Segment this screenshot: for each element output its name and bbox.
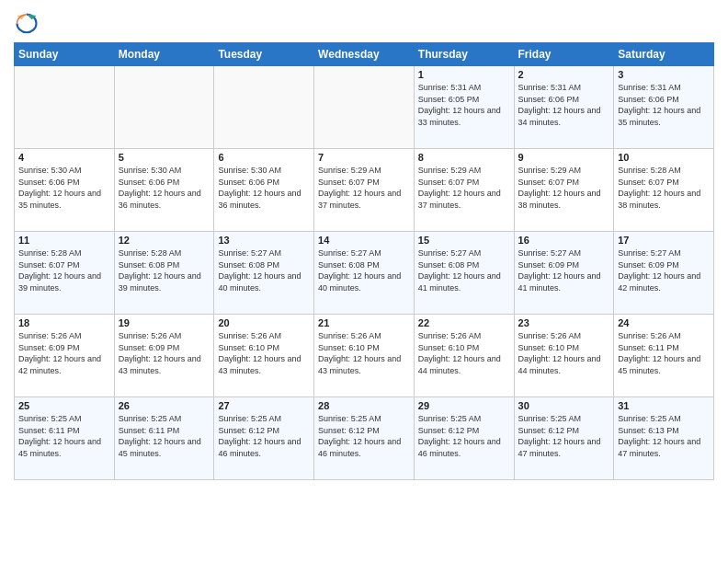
day-header-friday: Friday (514, 43, 614, 66)
day-info: Sunrise: 5:25 AMSunset: 6:12 PMDaylight:… (218, 413, 310, 459)
day-number: 8 (418, 152, 510, 163)
day-cell: 5Sunrise: 5:30 AMSunset: 6:06 PMDaylight… (114, 149, 214, 232)
day-cell: 9Sunrise: 5:29 AMSunset: 6:07 PMDaylight… (514, 149, 614, 232)
day-info: Sunrise: 5:31 AMSunset: 6:06 PMDaylight:… (518, 82, 610, 128)
day-number: 16 (518, 235, 610, 246)
day-cell: 25Sunrise: 5:25 AMSunset: 6:11 PMDayligh… (15, 397, 115, 480)
day-header-monday: Monday (114, 43, 214, 66)
day-number: 4 (18, 152, 110, 163)
day-info: Sunrise: 5:29 AMSunset: 6:07 PMDaylight:… (318, 165, 410, 211)
day-cell: 10Sunrise: 5:28 AMSunset: 6:07 PMDayligh… (614, 149, 714, 232)
calendar-table: SundayMondayTuesdayWednesdayThursdayFrid… (14, 42, 714, 480)
day-number: 6 (218, 152, 310, 163)
day-cell: 24Sunrise: 5:26 AMSunset: 6:11 PMDayligh… (614, 315, 714, 397)
day-cell: 28Sunrise: 5:25 AMSunset: 6:12 PMDayligh… (314, 397, 415, 480)
day-cell: 6Sunrise: 5:30 AMSunset: 6:06 PMDaylight… (214, 149, 314, 232)
day-number: 2 (518, 69, 610, 80)
day-number: 12 (119, 235, 210, 246)
day-cell: 7Sunrise: 5:29 AMSunset: 6:07 PMDaylight… (314, 149, 415, 232)
day-info: Sunrise: 5:31 AMSunset: 6:05 PMDaylight:… (418, 82, 510, 128)
day-header-sunday: Sunday (15, 43, 115, 66)
day-info: Sunrise: 5:26 AMSunset: 6:09 PMDaylight:… (18, 330, 110, 376)
day-info: Sunrise: 5:26 AMSunset: 6:10 PMDaylight:… (518, 330, 610, 376)
day-number: 17 (618, 235, 710, 246)
day-cell: 31Sunrise: 5:25 AMSunset: 6:13 PMDayligh… (614, 397, 714, 480)
day-number: 15 (418, 235, 510, 246)
day-cell: 20Sunrise: 5:26 AMSunset: 6:10 PMDayligh… (214, 315, 314, 397)
day-number: 7 (318, 152, 410, 163)
day-info: Sunrise: 5:27 AMSunset: 6:08 PMDaylight:… (218, 247, 310, 293)
day-cell: 29Sunrise: 5:25 AMSunset: 6:12 PMDayligh… (414, 397, 514, 480)
week-row-3: 11Sunrise: 5:28 AMSunset: 6:07 PMDayligh… (15, 232, 714, 315)
day-cell: 21Sunrise: 5:26 AMSunset: 6:10 PMDayligh… (314, 315, 415, 397)
week-row-1: 1Sunrise: 5:31 AMSunset: 6:05 PMDaylight… (15, 66, 714, 149)
day-number: 14 (318, 235, 410, 246)
day-number: 22 (418, 317, 510, 328)
day-header-saturday: Saturday (614, 43, 714, 66)
day-cell: 13Sunrise: 5:27 AMSunset: 6:08 PMDayligh… (214, 232, 314, 315)
day-number: 11 (18, 235, 110, 246)
day-number: 26 (119, 400, 210, 411)
day-info: Sunrise: 5:25 AMSunset: 6:12 PMDaylight:… (518, 413, 610, 459)
day-info: Sunrise: 5:28 AMSunset: 6:07 PMDaylight:… (18, 247, 110, 293)
day-number: 21 (318, 317, 410, 328)
day-cell: 16Sunrise: 5:27 AMSunset: 6:09 PMDayligh… (514, 232, 614, 315)
day-cell: 8Sunrise: 5:29 AMSunset: 6:07 PMDaylight… (414, 149, 514, 232)
day-info: Sunrise: 5:25 AMSunset: 6:11 PMDaylight:… (119, 413, 210, 459)
day-info: Sunrise: 5:26 AMSunset: 6:10 PMDaylight:… (418, 330, 510, 376)
day-number: 1 (418, 69, 510, 80)
day-number: 24 (618, 317, 710, 328)
day-info: Sunrise: 5:26 AMSunset: 6:10 PMDaylight:… (318, 330, 410, 376)
day-cell: 26Sunrise: 5:25 AMSunset: 6:11 PMDayligh… (114, 397, 214, 480)
day-cell (314, 66, 415, 149)
day-header-thursday: Thursday (414, 43, 514, 66)
day-number: 30 (518, 400, 610, 411)
day-info: Sunrise: 5:29 AMSunset: 6:07 PMDaylight:… (518, 165, 610, 211)
day-number: 18 (18, 317, 110, 328)
day-info: Sunrise: 5:25 AMSunset: 6:12 PMDaylight:… (418, 413, 510, 459)
day-number: 5 (119, 152, 210, 163)
day-cell (15, 66, 115, 149)
day-cell: 18Sunrise: 5:26 AMSunset: 6:09 PMDayligh… (15, 315, 115, 397)
day-info: Sunrise: 5:25 AMSunset: 6:12 PMDaylight:… (318, 413, 410, 459)
day-cell: 23Sunrise: 5:26 AMSunset: 6:10 PMDayligh… (514, 315, 614, 397)
day-number: 20 (218, 317, 310, 328)
day-header-tuesday: Tuesday (214, 43, 314, 66)
day-number: 13 (218, 235, 310, 246)
day-cell: 17Sunrise: 5:27 AMSunset: 6:09 PMDayligh… (614, 232, 714, 315)
day-cell: 3Sunrise: 5:31 AMSunset: 6:06 PMDaylight… (614, 66, 714, 149)
calendar-body: 1Sunrise: 5:31 AMSunset: 6:05 PMDaylight… (15, 66, 714, 480)
day-info: Sunrise: 5:26 AMSunset: 6:11 PMDaylight:… (618, 330, 710, 376)
logo-icon (14, 9, 40, 35)
day-info: Sunrise: 5:27 AMSunset: 6:09 PMDaylight:… (518, 247, 610, 293)
week-row-5: 25Sunrise: 5:25 AMSunset: 6:11 PMDayligh… (15, 397, 714, 480)
week-row-4: 18Sunrise: 5:26 AMSunset: 6:09 PMDayligh… (15, 315, 714, 397)
calendar-header: SundayMondayTuesdayWednesdayThursdayFrid… (15, 43, 714, 66)
day-number: 31 (618, 400, 710, 411)
day-info: Sunrise: 5:25 AMSunset: 6:13 PMDaylight:… (618, 413, 710, 459)
day-number: 25 (18, 400, 110, 411)
day-info: Sunrise: 5:30 AMSunset: 6:06 PMDaylight:… (18, 165, 110, 211)
calendar-page: SundayMondayTuesdayWednesdayThursdayFrid… (0, 0, 728, 563)
day-info: Sunrise: 5:28 AMSunset: 6:08 PMDaylight:… (119, 247, 210, 293)
day-number: 27 (218, 400, 310, 411)
day-number: 9 (518, 152, 610, 163)
day-cell: 4Sunrise: 5:30 AMSunset: 6:06 PMDaylight… (15, 149, 115, 232)
day-info: Sunrise: 5:25 AMSunset: 6:11 PMDaylight:… (18, 413, 110, 459)
day-number: 10 (618, 152, 710, 163)
day-cell: 14Sunrise: 5:27 AMSunset: 6:08 PMDayligh… (314, 232, 415, 315)
day-info: Sunrise: 5:28 AMSunset: 6:07 PMDaylight:… (618, 165, 710, 211)
header (14, 9, 714, 35)
day-cell: 11Sunrise: 5:28 AMSunset: 6:07 PMDayligh… (15, 232, 115, 315)
header-row: SundayMondayTuesdayWednesdayThursdayFrid… (15, 43, 714, 66)
day-info: Sunrise: 5:31 AMSunset: 6:06 PMDaylight:… (618, 82, 710, 128)
week-row-2: 4Sunrise: 5:30 AMSunset: 6:06 PMDaylight… (15, 149, 714, 232)
day-number: 29 (418, 400, 510, 411)
day-info: Sunrise: 5:27 AMSunset: 6:08 PMDaylight:… (418, 247, 510, 293)
day-info: Sunrise: 5:26 AMSunset: 6:09 PMDaylight:… (119, 330, 210, 376)
day-cell (114, 66, 214, 149)
day-cell: 12Sunrise: 5:28 AMSunset: 6:08 PMDayligh… (114, 232, 214, 315)
day-info: Sunrise: 5:26 AMSunset: 6:10 PMDaylight:… (218, 330, 310, 376)
day-cell: 15Sunrise: 5:27 AMSunset: 6:08 PMDayligh… (414, 232, 514, 315)
day-info: Sunrise: 5:27 AMSunset: 6:09 PMDaylight:… (618, 247, 710, 293)
